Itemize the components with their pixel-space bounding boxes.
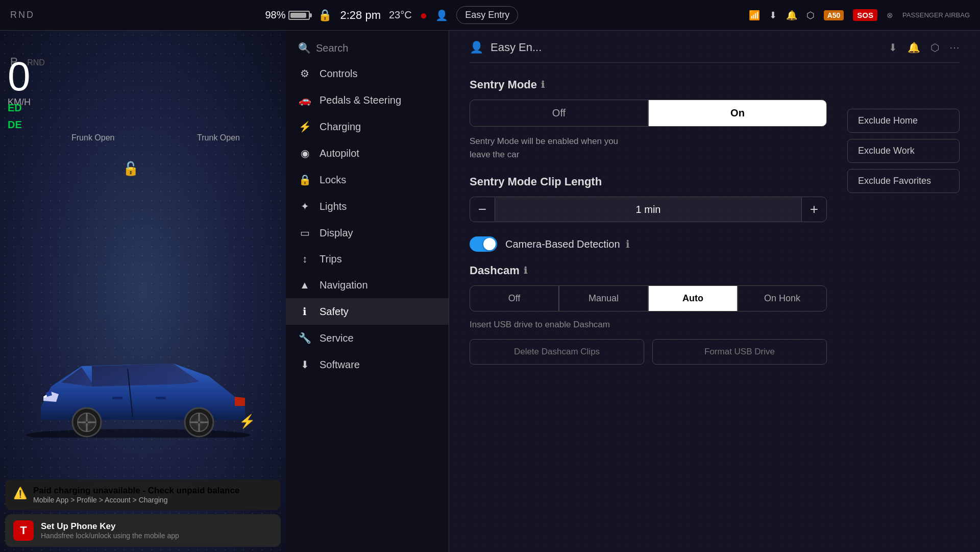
header-bluetooth-icon[interactable]: ⬡ bbox=[930, 41, 939, 54]
dashcam-off-btn[interactable]: Off bbox=[470, 285, 559, 311]
person-icon: 👤 bbox=[435, 9, 448, 21]
sentry-on-btn[interactable]: On bbox=[648, 100, 827, 127]
search-label: Search bbox=[316, 42, 348, 54]
toggle-knob bbox=[483, 238, 496, 250]
top-bar-center: 98% 🔒 2:28 pm 23°C ● 👤 Easy Entry bbox=[265, 6, 518, 24]
menu-item-display[interactable]: ▭ Display bbox=[286, 220, 449, 246]
settings-menu: 🔍 Search ⚙ Controls 🚗 Pedals & Steering … bbox=[286, 31, 449, 552]
header-icons: ⬇ 🔔 ⬡ ⋯ bbox=[889, 41, 960, 54]
menu-item-service[interactable]: 🔧 Service bbox=[286, 325, 449, 351]
gear-prnd: RND bbox=[10, 10, 35, 20]
sentry-description: Sentry Mode will be enabled when you lea… bbox=[470, 135, 633, 161]
clip-decrease-btn[interactable]: − bbox=[470, 197, 495, 222]
trunk-label: Trunk Open bbox=[197, 133, 240, 143]
menu-item-autopilot[interactable]: ◉ Autopilot bbox=[286, 140, 449, 166]
tesla-logo: T bbox=[13, 520, 34, 541]
menu-item-navigation[interactable]: ▲ Navigation bbox=[286, 272, 449, 298]
charging-label: Charging bbox=[320, 121, 361, 133]
spiral-background bbox=[0, 31, 286, 552]
sentry-info-icon[interactable]: ℹ bbox=[541, 79, 545, 90]
service-icon: 🔧 bbox=[298, 332, 311, 344]
controls-label: Controls bbox=[320, 68, 357, 80]
autopilot-icon: ◉ bbox=[298, 147, 311, 159]
locks-icon: 🔒 bbox=[298, 174, 311, 186]
pedals-label: Pedals & Steering bbox=[320, 94, 401, 106]
airbag-label: PASSENGER AIRBAG bbox=[902, 11, 970, 19]
battery-bar bbox=[288, 11, 310, 20]
lights-icon: ✦ bbox=[298, 200, 311, 212]
battery-indicator: 98% bbox=[265, 9, 310, 21]
easy-entry-label: Easy Entry bbox=[465, 10, 509, 20]
sos-badge: SOS bbox=[853, 9, 877, 21]
header-more-icon[interactable]: ⋯ bbox=[949, 41, 960, 54]
camera-detection-toggle[interactable] bbox=[470, 236, 497, 252]
trips-label: Trips bbox=[320, 253, 342, 265]
content-columns: Sentry Mode ℹ Off On Sentry Mode will be… bbox=[470, 78, 960, 365]
search-bar[interactable]: 🔍 Search bbox=[286, 36, 449, 60]
warning-icon: ⚠️ bbox=[13, 487, 27, 500]
menu-item-pedals[interactable]: 🚗 Pedals & Steering bbox=[286, 87, 449, 113]
usb-actions: Delete Dashcam Clips Format USB Drive bbox=[470, 339, 827, 365]
current-time: 2:28 pm bbox=[340, 9, 381, 22]
exclude-home-btn[interactable]: Exclude Home bbox=[847, 109, 960, 133]
header-download-icon[interactable]: ⬇ bbox=[889, 41, 897, 54]
temperature-display: 23°C bbox=[389, 9, 412, 21]
camera-info-icon[interactable]: ℹ bbox=[626, 238, 630, 250]
svg-point-0 bbox=[26, 429, 250, 438]
software-label: Software bbox=[320, 359, 360, 371]
exclude-favorites-btn[interactable]: Exclude Favorites bbox=[847, 169, 960, 193]
sentry-off-btn[interactable]: Off bbox=[470, 100, 648, 127]
exclude-work-btn[interactable]: Exclude Work bbox=[847, 139, 960, 163]
lock-icon: 🔒 bbox=[318, 9, 332, 22]
trips-icon: ↕ bbox=[298, 253, 311, 265]
svg-rect-16 bbox=[112, 397, 122, 399]
settings-content: 👤 Easy En... ⬇ 🔔 ⬡ ⋯ Sentry Mode ℹ bbox=[449, 31, 980, 552]
autopilot-label: Autopilot bbox=[320, 148, 359, 159]
clip-increase-btn[interactable]: + bbox=[801, 197, 827, 222]
car-lock-icon: 🔓 bbox=[122, 161, 139, 177]
bell-icon: 🔔 bbox=[786, 10, 797, 21]
header-bell-icon[interactable]: 🔔 bbox=[908, 41, 920, 54]
safety-label: Safety bbox=[320, 306, 349, 318]
display-icon: ▭ bbox=[298, 227, 311, 239]
phone-key-text: Set Up Phone Key Handsfree lock/unlock u… bbox=[41, 521, 179, 540]
menu-item-controls[interactable]: ⚙ Controls bbox=[286, 60, 449, 87]
charging-lightning-icon: ⚡ bbox=[239, 414, 255, 429]
menu-item-software[interactable]: ⬇ Software bbox=[286, 351, 449, 378]
usb-hint: Insert USB drive to enable Dashcam bbox=[470, 320, 827, 330]
car-image-container bbox=[10, 335, 265, 440]
delete-clips-btn[interactable]: Delete Dashcam Clips bbox=[470, 339, 644, 365]
phone-key-card[interactable]: T Set Up Phone Key Handsfree lock/unlock… bbox=[5, 514, 281, 547]
notif-subtitle: Mobile App > Profile > Account > Chargin… bbox=[33, 496, 239, 504]
battery-fill bbox=[290, 13, 306, 18]
clip-length-control: − 1 min + bbox=[470, 197, 827, 222]
menu-item-locks[interactable]: 🔒 Locks bbox=[286, 166, 449, 193]
wifi-icon: 📶 bbox=[749, 10, 760, 21]
download-icon: ⬇ bbox=[769, 10, 777, 21]
format-usb-btn[interactable]: Format USB Drive bbox=[652, 339, 827, 365]
bluetooth-icon: ⬡ bbox=[806, 10, 815, 21]
top-bar-left: RND bbox=[10, 10, 35, 20]
menu-item-trips[interactable]: ↕ Trips bbox=[286, 246, 449, 272]
phone-key-title: Set Up Phone Key bbox=[41, 521, 179, 532]
dashcam-honk-btn[interactable]: On Honk bbox=[738, 285, 827, 311]
service-label: Service bbox=[320, 332, 354, 344]
phone-key-subtitle: Handsfree lock/unlock using the mobile a… bbox=[41, 532, 179, 540]
svg-rect-17 bbox=[156, 397, 166, 399]
charging-icon: ⚡ bbox=[298, 121, 311, 133]
notif-title: Paid charging unavailable - Check unpaid… bbox=[33, 486, 239, 496]
menu-item-charging[interactable]: ⚡ Charging bbox=[286, 113, 449, 140]
profile-icon: 👤 bbox=[470, 41, 483, 54]
easy-entry-button[interactable]: Easy Entry bbox=[456, 6, 518, 24]
frunk-label: Frunk Open bbox=[71, 133, 114, 143]
left-indicators: ED DE bbox=[8, 102, 22, 131]
panel-title: Easy En... bbox=[491, 41, 542, 54]
dashcam-manual-btn[interactable]: Manual bbox=[559, 285, 648, 311]
dashcam-info-icon[interactable]: ℹ bbox=[524, 265, 527, 276]
camera-detection-row: Camera-Based Detection ℹ bbox=[470, 236, 827, 252]
bottom-notifications: ⚠️ Paid charging unavailable - Check unp… bbox=[5, 479, 281, 547]
indicator-ed: ED bbox=[8, 102, 22, 114]
menu-item-safety[interactable]: ℹ Safety bbox=[286, 298, 449, 325]
menu-item-lights[interactable]: ✦ Lights bbox=[286, 193, 449, 220]
dashcam-auto-btn[interactable]: Auto bbox=[648, 285, 738, 311]
